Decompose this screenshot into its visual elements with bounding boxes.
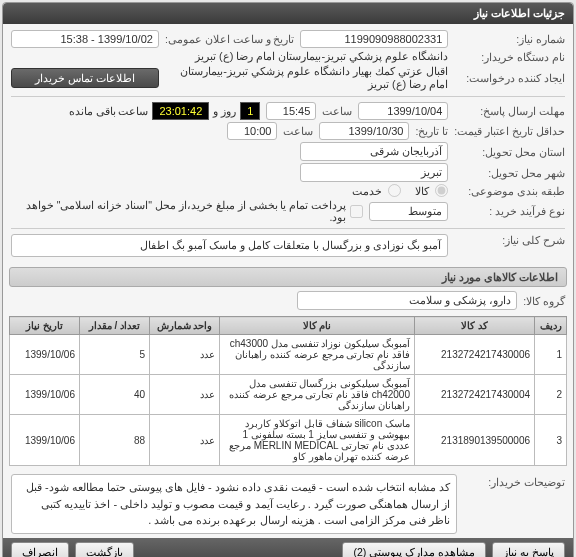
table-cell-code: 2132724217430004 [415,375,535,415]
city-label: شهر محل تحویل: [454,167,565,179]
creator-label: ایجاد کننده درخواست: [454,72,565,84]
process-value: متوسط [369,202,448,221]
budget-label: طبقه بندی موضوعی: [454,185,565,197]
hour-label-1: ساعت [322,105,352,117]
province-label: استان محل تحویل: [454,146,565,158]
table-cell-unit: عدد [150,335,220,375]
table-cell-code: 2132724217430006 [415,335,535,375]
process-label: نوع فرآیند خرید : [454,205,565,217]
table-cell-name: آمبوبگ سیلیکون نوزاد تنفسی مدل ch43000 ف… [220,335,415,375]
buyer-org-value: دانشگاه علوم پزشكي تبريز-بیمارستان امام … [11,50,448,63]
table-cell-unit: عدد [150,415,220,466]
table-header-row: ردیف کد کالا نام کالا واحد شمارش تعداد /… [10,317,567,335]
min-validity-empty: تا تاریخ: [415,125,448,137]
items-table: ردیف کد کالا نام کالا واحد شمارش تعداد /… [9,316,567,466]
th-date: تاریخ نیاز [10,317,80,335]
deadline-time: 15:45 [266,102,316,120]
min-validity-label: حداقل تاریخ اعتبار قیمت: [454,125,565,137]
items-section-title: اطلاعات کالاهای مورد نیاز [9,267,567,287]
buyer-org-label: نام دستگاه خریدار: [454,51,565,63]
announce-value: 1399/10/02 - 15:38 [11,30,159,48]
table-cell-n: 2 [535,375,567,415]
need-details-panel: جزئیات اطلاعات نیاز شماره نیاز: 11990909… [2,2,574,557]
footer-bar: پاسخ به نیاز مشاهده مدارک پیوستی (2) باز… [3,538,573,558]
table-cell-date: 1399/10/06 [10,375,80,415]
divider-2 [11,228,565,229]
announce-label: تاریخ و ساعت اعلان عمومی: [165,33,295,45]
need-no-label: شماره نیاز: [454,33,565,45]
table-cell-n: 1 [535,335,567,375]
creator-value: اقبال عزتي كمك بهيار دانشگاه علوم پزشكي … [165,65,448,91]
buyer-desc-label: توضیحات خریدار: [465,474,565,488]
table-cell-qty: 40 [80,375,150,415]
reply-button[interactable]: پاسخ به نیاز [492,542,565,558]
table-cell-name: آمبوبگ سیلیکونی بزرگسال تنفسی مدل ch4200… [220,375,415,415]
group-label: گروه کالا: [523,295,565,307]
table-row: 32131890139500006ماسک silicon شفاف قابل … [10,415,567,466]
budget-radio-group: کالا خدمت [11,184,448,197]
th-row: ردیف [535,317,567,335]
buyer-desc-text: کد مشابه انتخاب شده است - قیمت نقدی داده… [11,474,457,534]
table-cell-code: 2131890139500006 [415,415,535,466]
desc-label: شرح کلی نیاز: [454,234,565,246]
province-value: آذربایجان شرقی [300,142,448,161]
city-value: تبریز [300,163,448,182]
attachments-count: (2) [353,546,366,558]
th-name: نام کالا [220,317,415,335]
table-cell-date: 1399/10/06 [10,415,80,466]
table-row: 22132724217430004آمبوبگ سیلیکونی بزرگسال… [10,375,567,415]
desc-value: آمبو بگ نوزادی و بزرگسال با متعلقات کامل… [11,234,448,257]
th-code: کد کالا [415,317,535,335]
remain-time: 23:01:42 [152,102,209,120]
table-row: 12132724217430006آمبوبگ سیلیکون نوزاد تن… [10,335,567,375]
min-validity-date: 1399/10/30 [319,122,409,140]
table-cell-unit: عدد [150,375,220,415]
remain-days: 1 [240,102,260,120]
th-qty: تعداد / مقدار [80,317,150,335]
deadline-date: 1399/10/04 [358,102,448,120]
table-cell-date: 1399/10/06 [10,335,80,375]
buyer-contact-button[interactable]: اطلاعات تماس خریدار [11,68,159,88]
deadline-label: مهلت ارسال پاسخ: [454,105,565,117]
divider [11,96,565,97]
partial-pay-checkbox[interactable]: پرداخت تمام یا بخشی از مبلغ خرید،از محل … [11,199,363,223]
attachments-button[interactable]: مشاهده مدارک پیوستی (2) [342,542,486,558]
info-grid: شماره نیاز: 1199090988002331 تاریخ و ساع… [3,24,573,263]
group-value: دارو، پزشکی و سلامت [297,291,517,310]
remaining-time: 1 روز و 23:01:42 ساعت باقی مانده [65,102,261,120]
table-cell-qty: 5 [80,335,150,375]
hour-label-2: ساعت [283,125,313,137]
table-cell-n: 3 [535,415,567,466]
need-no-value: 1199090988002331 [300,30,448,48]
table-cell-qty: 88 [80,415,150,466]
th-unit: واحد شمارش [150,317,220,335]
min-validity-time: 10:00 [227,122,277,140]
back-button[interactable]: بازگشت [75,542,134,558]
remain-suffix: ساعت باقی مانده [65,103,153,119]
remain-day-label: روز و [209,103,240,119]
budget-radio-service[interactable]: خدمت [352,184,401,197]
table-cell-name: ماسک silicon شفاف قابل اتوکلاو کاربرد بی… [220,415,415,466]
cancel-button[interactable]: انصراف [11,542,69,558]
panel-title: جزئیات اطلاعات نیاز [3,3,573,24]
budget-radio-goods[interactable]: کالا [415,184,448,197]
buyer-desc-row: توضیحات خریدار: کد مشابه انتخاب شده است … [3,470,573,538]
